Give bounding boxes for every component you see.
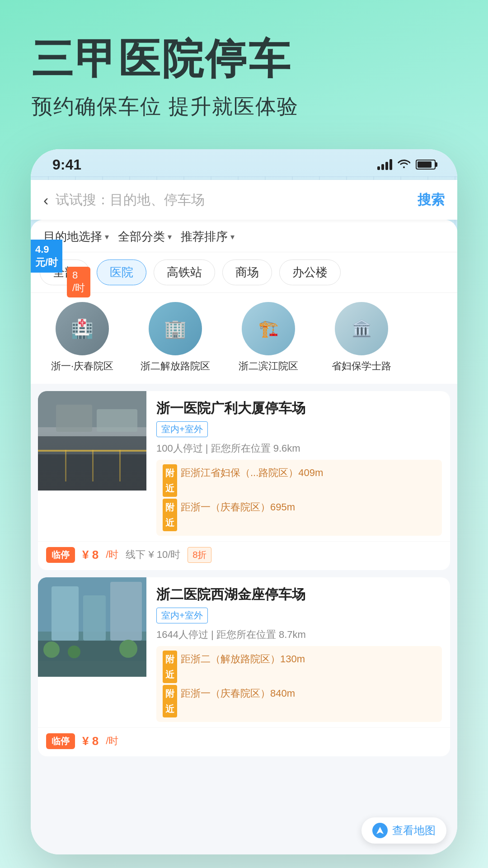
battery-icon xyxy=(416,160,436,170)
svg-point-17 xyxy=(68,646,80,658)
tab-mall[interactable]: 商场 xyxy=(222,259,272,285)
svg-rect-14 xyxy=(110,582,142,641)
signal-icon xyxy=(377,159,392,170)
card-info-2: 浙二医院西湖金座停车场 室内+室外 1644人停过 | 距您所在位置 8.7km… xyxy=(146,577,450,722)
filter-bar: 目的地选择 ▾ 全部分类 ▾ 推荐排序 ▾ xyxy=(31,220,457,252)
chevron-down-icon: ▾ xyxy=(105,232,109,242)
tab-office[interactable]: 办公楼 xyxy=(279,259,341,285)
hospital-avatar-4 xyxy=(335,302,388,355)
card-top-2: 浙二医院西湖金座停车场 室内+室外 1644人停过 | 距您所在位置 8.7km… xyxy=(38,577,450,722)
hospital-item-3[interactable]: 浙二滨江院区 xyxy=(224,302,313,373)
price-offline-1: 线下 ¥ 10/时 xyxy=(126,548,180,561)
nearby-label-2: 附近 xyxy=(163,499,177,531)
hospital-name-4: 省妇保学士路 xyxy=(332,360,391,373)
svg-rect-5 xyxy=(92,450,94,481)
nearby-label-4: 附近 xyxy=(163,685,177,717)
nearby-line-3: 附近 距浙二（解放路院区）130m xyxy=(163,651,436,683)
parking-title-2: 浙二医院西湖金座停车场 xyxy=(156,585,442,603)
svg-point-18 xyxy=(119,640,137,658)
price-main-2: ¥ 8 xyxy=(82,734,99,748)
nearby-label-3: 附近 xyxy=(163,651,177,683)
card-info-1: 浙一医院广利大厦停车场 室内+室外 100人停过 | 距您所在位置 9.6km … xyxy=(146,391,450,536)
tab-highspeed[interactable]: 高铁站 xyxy=(154,259,215,285)
parking-image-2 xyxy=(38,577,146,677)
hospital-name-2: 浙二解放路院区 xyxy=(141,360,210,373)
tab-hospital[interactable]: 医院 xyxy=(97,259,146,285)
card-bottom-2: 临停 ¥ 8/时 xyxy=(38,727,450,756)
nearby-box-2: 附近 距浙二（解放路院区）130m 附近 距浙一（庆春院区）840m xyxy=(156,646,442,722)
parking-tags-1: 室内+室外 xyxy=(156,421,442,437)
tag-indoor-2: 室内+室外 xyxy=(156,608,208,623)
svg-rect-8 xyxy=(56,405,92,432)
nearby-text-4: 距浙一（庆春院区）840m xyxy=(181,685,295,702)
svg-rect-4 xyxy=(65,450,66,481)
nearby-line-1: 附近 距浙江省妇保（...路院区）409m xyxy=(163,464,436,497)
map-price-tag-orange: 8/时 xyxy=(67,267,90,297)
nearby-line-4: 附近 距浙一（庆春院区）840m xyxy=(163,685,436,717)
status-bar: 9:41 xyxy=(31,149,457,180)
status-time: 9:41 xyxy=(52,156,81,173)
price-type-badge-1: 临停 xyxy=(46,547,75,563)
parking-meta-2: 1644人停过 | 距您所在位置 8.7km xyxy=(156,628,442,642)
tag-indoor-1: 室内+室外 xyxy=(156,421,208,437)
search-input[interactable]: 试试搜：目的地、停车场 xyxy=(56,191,418,209)
svg-rect-13 xyxy=(83,595,106,641)
svg-rect-19 xyxy=(38,661,146,677)
status-icons xyxy=(377,158,436,171)
hospital-avatar-3 xyxy=(242,302,295,355)
price-unit-2: /时 xyxy=(106,734,118,748)
hospital-item-4[interactable]: 省妇保学士路 xyxy=(317,302,406,373)
price-main-1: ¥ 8 xyxy=(82,548,99,562)
card-top-1: 浙一医院广利大厦停车场 室内+室外 100人停过 | 距您所在位置 9.6km … xyxy=(38,391,450,536)
hospital-list: 浙一·庆春院区 浙二解放路院区 浙二滨江院区 省妇保学士路 xyxy=(31,293,457,384)
main-panel: 目的地选择 ▾ 全部分类 ▾ 推荐排序 ▾ 全部 医院 高铁站 商场 办公楼 xyxy=(31,220,457,854)
hospital-avatar-2 xyxy=(149,302,202,355)
sort-filter[interactable]: 推荐排序 ▾ xyxy=(181,229,235,245)
category-tabs: 全部 医院 高铁站 商场 办公楼 xyxy=(31,252,457,293)
svg-rect-6 xyxy=(119,450,121,481)
price-unit-1: /时 xyxy=(106,548,118,561)
phone-mockup: 4.9元/时 8/时 9:41 ‹ 试试搜：目的地、停车场 搜索 xyxy=(31,149,457,854)
svg-point-16 xyxy=(43,642,60,658)
svg-marker-20 xyxy=(376,827,384,834)
wifi-icon xyxy=(398,158,410,171)
navigation-icon xyxy=(372,823,388,838)
nearby-line-2: 附近 距浙一（庆春院区）695m xyxy=(163,499,436,531)
nearby-label-1: 附近 xyxy=(163,464,177,497)
svg-rect-1 xyxy=(38,454,146,491)
price-type-badge-2: 临停 xyxy=(46,733,75,749)
parking-meta-1: 100人停过 | 距您所在位置 9.6km xyxy=(156,442,442,455)
parking-card-2[interactable]: 浙二医院西湖金座停车场 室内+室外 1644人停过 | 距您所在位置 8.7km… xyxy=(38,577,450,756)
back-button[interactable]: ‹ xyxy=(43,191,48,209)
see-map-button[interactable]: 查看地图 xyxy=(361,817,446,844)
parking-list: 浙一医院广利大厦停车场 室内+室外 100人停过 | 距您所在位置 9.6km … xyxy=(31,384,457,756)
svg-rect-2 xyxy=(38,436,146,454)
category-filter[interactable]: 全部分类 ▾ xyxy=(118,229,172,245)
parking-tags-2: 室内+室外 xyxy=(156,608,442,623)
hospital-avatar-1 xyxy=(56,302,109,355)
headline-title: 三甲医院停车 xyxy=(32,36,456,82)
hospital-item-2[interactable]: 浙二解放路院区 xyxy=(131,302,220,373)
search-bar: ‹ 试试搜：目的地、停车场 搜索 xyxy=(31,180,457,220)
chevron-down-icon: ▾ xyxy=(168,232,172,242)
hospital-name-1: 浙一·庆春院区 xyxy=(51,360,113,373)
discount-badge-1: 8折 xyxy=(188,547,211,563)
nearby-text-2: 距浙一（庆春院区）695m xyxy=(181,499,295,515)
see-map-label: 查看地图 xyxy=(392,823,436,838)
nearby-text-3: 距浙二（解放路院区）130m xyxy=(181,651,305,667)
search-button[interactable]: 搜索 xyxy=(418,191,445,209)
headline-subtitle: 预约确保车位 提升就医体验 xyxy=(32,93,456,121)
nearby-text-1: 距浙江省妇保（...路院区）409m xyxy=(181,464,323,481)
map-price-tag-left: 4.9元/时 xyxy=(31,240,62,273)
parking-image-1 xyxy=(38,391,146,491)
nearby-box-1: 附近 距浙江省妇保（...路院区）409m 附近 距浙一（庆春院区）695m xyxy=(156,460,442,536)
chevron-down-icon: ▾ xyxy=(230,232,235,242)
headline-area: 三甲医院停车 预约确保车位 提升就医体验 xyxy=(0,0,488,139)
svg-rect-9 xyxy=(97,409,137,432)
svg-rect-0 xyxy=(38,391,146,491)
parking-card-1[interactable]: 浙一医院广利大厦停车场 室内+室外 100人停过 | 距您所在位置 9.6km … xyxy=(38,391,450,570)
svg-rect-12 xyxy=(52,586,79,641)
hospital-name-3: 浙二滨江院区 xyxy=(239,360,298,373)
hospital-item-1[interactable]: 浙一·庆春院区 xyxy=(38,302,127,373)
parking-title-1: 浙一医院广利大厦停车场 xyxy=(156,399,442,417)
